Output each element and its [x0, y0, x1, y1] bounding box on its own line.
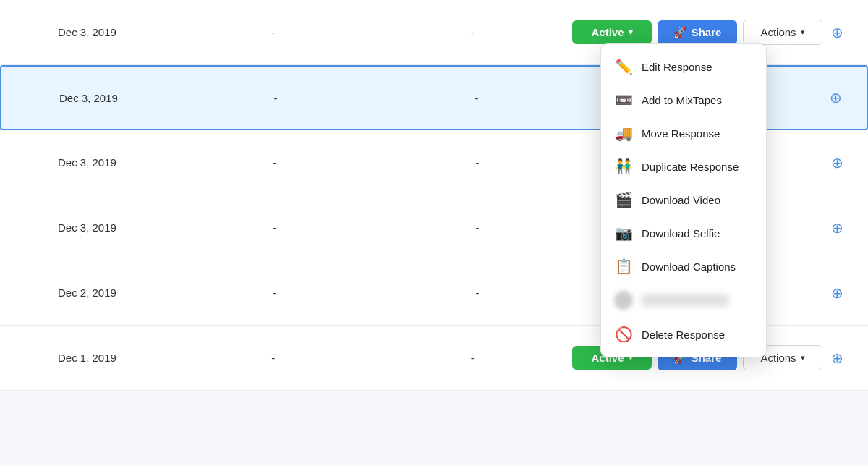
row-col2: - [376, 156, 579, 169]
row-col2: - [373, 26, 573, 38]
row-col2: - [376, 221, 579, 234]
row-date: Dec 3, 2019 [14, 221, 174, 234]
actions-label: Actions [760, 26, 796, 38]
dropdown-item-move[interactable]: 🚚 Move Response [601, 116, 766, 150]
download-selfie-label: Download Selfie [642, 227, 720, 240]
mixtape-icon: 📼 [614, 91, 633, 109]
drag-handle-icon[interactable]: ⊕ [828, 151, 846, 174]
blurred-label [642, 295, 728, 306]
blurred-icon [614, 291, 633, 310]
delete-icon: 🚫 [614, 326, 633, 343]
dropdown-item-delete[interactable]: 🚫 Delete Response [601, 318, 766, 351]
dropdown-item-blurred [601, 283, 766, 318]
drag-handle-icon[interactable]: ⊕ [828, 21, 846, 44]
responses-table: Dec 3, 2019 - - Active ▾ 🚀 Share Actions… [0, 0, 868, 391]
clapper-icon: 🎬 [614, 191, 633, 208]
row-col1: - [174, 26, 373, 38]
chevron-down-icon: ▾ [629, 27, 633, 37]
row-date: Dec 3, 2019 [16, 92, 175, 104]
drag-handle-icon[interactable]: ⊕ [828, 347, 846, 370]
row-col1: - [174, 156, 376, 169]
edit-response-label: Edit Response [642, 61, 712, 73]
delete-response-label: Delete Response [642, 329, 725, 341]
drag-handle-icon[interactable]: ⊕ [828, 281, 846, 305]
chevron-down-icon: ▾ [801, 27, 805, 37]
drag-handle-icon[interactable]: ⊕ [828, 216, 846, 240]
row-col1: - [175, 92, 376, 104]
pencil-icon: ✏️ [614, 58, 633, 75]
dropdown-item-download-selfie[interactable]: 📷 Download Selfie [601, 216, 766, 250]
status-active-button[interactable]: Active ▾ [572, 20, 652, 44]
document-icon: 📋 [614, 258, 633, 275]
row-col1: - [174, 352, 373, 364]
dropdown-item-edit[interactable]: ✏️ Edit Response [601, 50, 766, 83]
actions-dropdown: ✏️ Edit Response 📼 Add to MixTapes 🚚 Mov… [600, 43, 767, 357]
row-col2: - [376, 92, 577, 104]
row-date: Dec 2, 2019 [14, 287, 174, 299]
row-actions: Active ▾ 🚀 Share Actions ▾ ⊕ [572, 20, 854, 45]
add-mixtapes-label: Add to MixTapes [642, 94, 722, 106]
dropdown-item-mixtapes[interactable]: 📼 Add to MixTapes [601, 83, 766, 116]
active-label: Active [591, 26, 624, 38]
dropdown-item-download-video[interactable]: 🎬 Download Video [601, 183, 766, 216]
row-date: Dec 3, 2019 [14, 156, 174, 169]
people-icon: 👬 [614, 158, 633, 175]
download-captions-label: Download Captions [642, 260, 736, 273]
row-col2: - [376, 287, 579, 299]
row-col1: - [174, 221, 376, 234]
table-row: Dec 3, 2019 - - Active ▾ 🚀 Share Actions… [0, 0, 868, 65]
dropdown-item-download-captions[interactable]: 📋 Download Captions [601, 250, 766, 283]
dropdown-item-duplicate[interactable]: 👬 Duplicate Response [601, 150, 766, 183]
duplicate-response-label: Duplicate Response [642, 161, 739, 173]
share-label: Share [692, 26, 722, 38]
chevron-down-icon: ▾ [801, 353, 805, 363]
drag-handle-icon[interactable]: ⊕ [827, 86, 845, 109]
row-date: Dec 3, 2019 [14, 26, 174, 38]
download-video-label: Download Video [642, 194, 720, 206]
move-response-label: Move Response [642, 127, 720, 140]
share-button[interactable]: 🚀 Share [658, 20, 737, 45]
row-date: Dec 1, 2019 [14, 352, 174, 364]
row-col2: - [373, 352, 573, 364]
actions-button[interactable]: Actions ▾ [743, 20, 822, 45]
truck-icon: 🚚 [614, 124, 633, 142]
rocket-icon: 🚀 [673, 26, 687, 39]
camera-icon: 📷 [614, 224, 633, 242]
row-col1: - [174, 287, 376, 299]
